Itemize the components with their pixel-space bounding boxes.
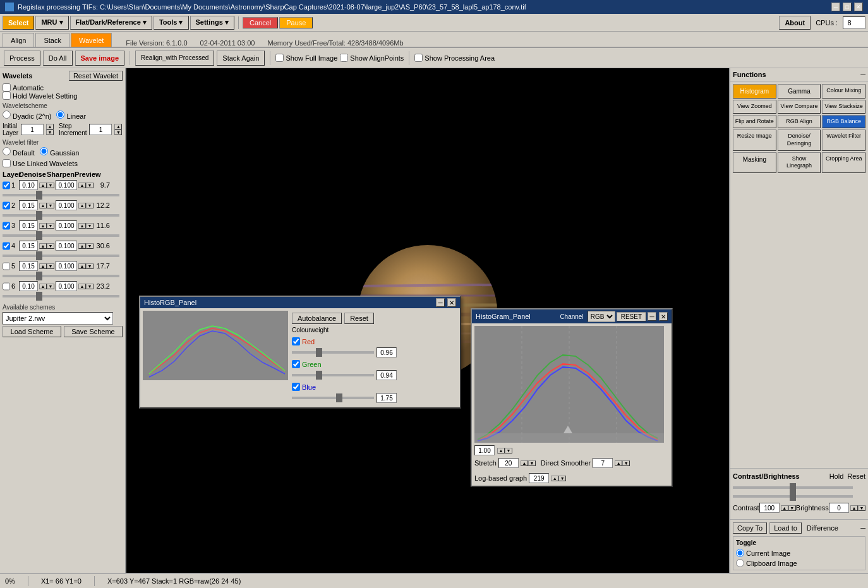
view-compare-btn[interactable]: View Compare <box>778 100 821 114</box>
initial-layer-up[interactable]: ▲ <box>46 124 54 129</box>
layer-6-denoise-down[interactable]: ▼ <box>47 284 54 289</box>
tools-button[interactable]: Tools ▾ <box>154 16 189 30</box>
current-image-radio[interactable] <box>736 549 744 557</box>
layer-2-slider[interactable] <box>3 214 119 217</box>
hold-wavelet-checkbox-label[interactable]: Hold Wavelet Setting <box>3 92 123 100</box>
layer-5-slider[interactable] <box>3 275 119 277</box>
layer-1-denoise-up[interactable]: ▲ <box>39 183 47 188</box>
rgb-balance-btn[interactable]: RGB Balance <box>822 115 865 129</box>
layer-1-checkbox[interactable] <box>3 181 10 189</box>
layer-5-denoise[interactable] <box>19 261 38 271</box>
histogram-reset-button[interactable]: RESET <box>617 312 646 321</box>
layer-6-denoise-up[interactable]: ▲ <box>39 284 47 289</box>
layer-2-sharpen-up[interactable]: ▲ <box>78 203 86 208</box>
layer-2-sharpen[interactable] <box>56 200 77 210</box>
linked-wavelets-label[interactable]: Use Linked Wavelets <box>3 159 123 167</box>
layer-6-sharpen-down[interactable]: ▼ <box>86 284 93 289</box>
show-linegraph-btn[interactable]: Show Linegraph <box>778 152 821 173</box>
layer-2-checkbox[interactable] <box>3 201 10 210</box>
layer-2-denoise[interactable] <box>19 200 38 210</box>
layer-1-slider[interactable] <box>3 194 119 196</box>
show-processing-area-label[interactable]: Show Processing Area <box>414 54 495 62</box>
linear-radio[interactable] <box>56 111 64 119</box>
layer-5-sharpen-down[interactable]: ▼ <box>86 263 93 269</box>
blue-slider[interactable] <box>292 397 374 399</box>
layer-3-sharpen-down[interactable]: ▼ <box>86 223 93 229</box>
blue-checkbox[interactable] <box>292 383 300 391</box>
green-value-input[interactable]: 0.94 <box>377 370 397 380</box>
scale-down[interactable]: ▼ <box>505 448 512 453</box>
colour-mixing-btn[interactable]: Colour Mixing <box>822 84 865 99</box>
gamma-btn[interactable]: Gamma <box>778 84 821 99</box>
smoother-input[interactable] <box>593 458 613 468</box>
about-button[interactable]: About <box>779 16 811 30</box>
channel-select[interactable]: RGB <box>588 311 615 322</box>
scheme-select[interactable]: Jupiter 2.rwv <box>3 312 113 325</box>
red-checkbox[interactable] <box>292 337 300 345</box>
cpus-input[interactable] <box>843 16 865 29</box>
reset-wavelet-button[interactable]: Reset Wavelet <box>69 71 123 81</box>
layer-6-sharpen[interactable] <box>56 281 77 291</box>
brightness-down[interactable]: ▼ <box>858 505 865 511</box>
hold-wavelet-checkbox[interactable] <box>3 92 11 100</box>
linear-radio-label[interactable]: Linear <box>56 111 86 120</box>
layer-4-sharpen-down[interactable]: ▼ <box>86 243 93 249</box>
pause-button[interactable]: Pause <box>279 17 313 28</box>
linked-wavelets-checkbox[interactable] <box>3 159 11 167</box>
layer-6-sharpen-up[interactable]: ▲ <box>78 284 86 289</box>
layer-3-sharpen-up[interactable]: ▲ <box>78 223 86 229</box>
layer-5-checkbox[interactable] <box>3 262 10 270</box>
load-scheme-button[interactable]: Load Scheme <box>3 326 61 337</box>
do-all-button[interactable]: Do All <box>43 51 73 66</box>
log-input[interactable] <box>529 473 549 483</box>
save-image-button[interactable]: Save image <box>75 51 125 66</box>
show-full-image-label[interactable]: Show Full Image <box>275 54 337 62</box>
smoother-up[interactable]: ▲ <box>615 460 622 466</box>
layer-3-denoise-up[interactable]: ▲ <box>39 223 47 229</box>
automatic-checkbox[interactable] <box>3 83 11 92</box>
show-align-points-checkbox[interactable] <box>340 54 348 62</box>
scale-input[interactable]: 1.00 <box>474 445 495 455</box>
blue-check-label[interactable]: Blue <box>292 383 316 391</box>
layer-2-denoise-up[interactable]: ▲ <box>39 203 47 208</box>
layer-1-denoise-down[interactable]: ▼ <box>47 183 54 188</box>
select-button[interactable]: Select <box>3 16 34 30</box>
masking-btn[interactable]: Masking <box>733 152 776 173</box>
layer-5-sharpen-up[interactable]: ▲ <box>78 263 86 269</box>
stretch-input[interactable] <box>498 458 519 468</box>
wavelet-tab[interactable]: Wavelet <box>71 33 112 47</box>
layer-6-denoise[interactable] <box>19 281 38 291</box>
brightness-up[interactable]: ▲ <box>850 505 858 511</box>
flat-dark-button[interactable]: Flat/Dark/Reference ▾ <box>70 16 152 30</box>
gaussian-radio[interactable] <box>40 147 48 155</box>
stack-tab[interactable]: Stack <box>35 33 69 47</box>
reset-contrast-label[interactable]: Reset <box>847 472 865 480</box>
stretch-up[interactable]: ▲ <box>521 460 528 466</box>
histogram-minimize[interactable]: ─ <box>648 312 656 321</box>
save-scheme-button[interactable]: Save Scheme <box>64 326 123 337</box>
layer-5-denoise-up[interactable]: ▲ <box>39 263 47 269</box>
layer-4-slider[interactable] <box>3 255 119 257</box>
settings-button[interactable]: Settings ▾ <box>190 16 234 30</box>
dyadic-radio-label[interactable]: Dyadic (2^n) <box>3 111 51 120</box>
histo-rgb-close[interactable]: ✕ <box>447 298 456 307</box>
denoise-deringing-btn[interactable]: Denoise/ Deringing <box>778 129 821 150</box>
red-check-label[interactable]: Red <box>292 337 315 345</box>
layer-3-slider[interactable] <box>3 234 119 237</box>
close-button[interactable]: ✕ <box>854 3 863 11</box>
copy-close-btn[interactable]: ─ <box>860 524 865 532</box>
cancel-button[interactable]: Cancel <box>243 17 278 28</box>
layer-2-sharpen-down[interactable]: ▼ <box>86 203 93 208</box>
layer-4-denoise[interactable] <box>19 241 38 251</box>
cropping-area-btn[interactable]: Cropping Area <box>822 152 865 173</box>
layer-1-sharpen-up[interactable]: ▲ <box>78 183 86 188</box>
default-radio-label[interactable]: Default <box>3 147 35 157</box>
green-checkbox[interactable] <box>292 360 300 368</box>
step-increment-down[interactable]: ▼ <box>114 129 122 135</box>
red-value-input[interactable]: 0.96 <box>377 347 397 357</box>
layer-1-denoise[interactable] <box>19 180 38 190</box>
rgb-align-btn[interactable]: RGB Align <box>778 115 821 129</box>
autobalance-button[interactable]: Autobalance <box>292 313 342 324</box>
brightness-value-input[interactable]: 0 <box>829 503 849 513</box>
layer-4-checkbox[interactable] <box>3 242 10 250</box>
